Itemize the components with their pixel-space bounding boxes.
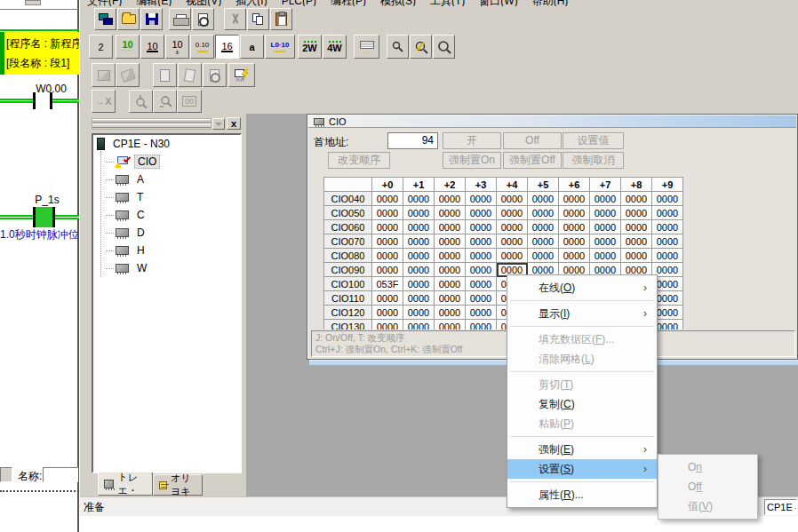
double-float-button[interactable]: L0·10: [265, 35, 295, 59]
memory-cell[interactable]: 0000: [621, 234, 652, 249]
memory-cell[interactable]: 0000: [559, 220, 590, 234]
memory-cell[interactable]: 0000: [435, 291, 466, 306]
memory-cell[interactable]: 0000: [403, 220, 435, 234]
context-submenu-item[interactable]: Off: [658, 477, 757, 496]
memory-cell[interactable]: 0000: [559, 249, 590, 263]
context-submenu-item[interactable]: On: [658, 457, 757, 477]
memory-cell[interactable]: 0000: [435, 263, 466, 277]
memory-cell[interactable]: 0000: [652, 234, 683, 249]
memory-cell[interactable]: 053F: [372, 277, 403, 291]
memory-cell[interactable]: 0000: [466, 263, 497, 277]
float-format-button[interactable]: 0.10: [190, 35, 214, 59]
memory-cell[interactable]: 0000: [497, 220, 528, 234]
context-menu-item[interactable]: 复制(C): [507, 394, 657, 414]
context-menu-item[interactable]: 清除网格(L): [507, 349, 657, 369]
memory-cell[interactable]: 0000: [435, 192, 466, 206]
memory-cell[interactable]: 0000: [559, 206, 590, 220]
memory-cell[interactable]: 0000: [621, 206, 652, 220]
tree-item-d[interactable]: D: [93, 224, 240, 242]
change-order-button[interactable]: 改变顺序: [328, 152, 390, 169]
memory-cell[interactable]: 0000: [528, 234, 559, 249]
copy-area-button[interactable]: [153, 63, 177, 87]
memory-cell[interactable]: 0000: [590, 249, 621, 263]
memory-cell[interactable]: 0000: [652, 249, 683, 263]
text-format-button[interactable]: a: [240, 35, 264, 59]
new-window-button[interactable]: [94, 8, 116, 30]
memory-cell[interactable]: 0000: [403, 249, 435, 263]
zoom-check-button[interactable]: [410, 35, 432, 59]
memory-cell[interactable]: 0000: [403, 234, 435, 249]
memory-cell[interactable]: 0000: [590, 192, 621, 206]
address-jump-button[interactable]: →X: [92, 90, 116, 113]
memory-cell[interactable]: 0000: [466, 206, 497, 220]
print-button[interactable]: [169, 8, 191, 30]
tree-item-w[interactable]: W: [93, 259, 240, 277]
memory-cell[interactable]: 0000: [559, 234, 590, 249]
memory-cell[interactable]: 0000: [372, 263, 403, 277]
memory-cell[interactable]: 0000: [652, 206, 683, 220]
force-on-button[interactable]: 强制置On: [443, 152, 501, 169]
tab-memory[interactable]: トレエ・: [98, 472, 153, 496]
memory-cell[interactable]: 0000: [497, 192, 528, 206]
menu-item[interactable]: PLC(P): [282, 0, 316, 6]
context-menu-item[interactable]: 在线(O)›: [507, 278, 657, 298]
memory-cell[interactable]: 0000: [528, 192, 559, 206]
memory-cell[interactable]: 0000: [372, 291, 403, 306]
memory-cell[interactable]: 0000: [435, 220, 466, 234]
memory-cell[interactable]: 0000: [372, 306, 403, 320]
memory-cell[interactable]: 0000: [372, 192, 403, 206]
paste-button[interactable]: [270, 8, 292, 30]
memory-cell[interactable]: 0000: [497, 234, 528, 249]
memory-cell[interactable]: 0000: [403, 206, 435, 220]
tree-item-h[interactable]: H: [93, 242, 240, 259]
menu-item[interactable]: 模拟(S): [380, 0, 416, 6]
clear-data-button[interactable]: [116, 63, 140, 87]
open-contact-symbol[interactable]: [33, 92, 52, 109]
memory-cell[interactable]: 0000: [528, 220, 559, 234]
memory-cell[interactable]: 0000: [372, 320, 403, 330]
memory-cell[interactable]: 0000: [403, 263, 435, 277]
menu-item[interactable]: 文件(F): [87, 0, 122, 6]
monitor-button[interactable]: ∩∩: [228, 63, 255, 87]
memory-cell[interactable]: 0000: [372, 220, 403, 234]
close-dock-button[interactable]: x: [227, 117, 241, 130]
hex-format-button[interactable]: 16: [215, 35, 239, 59]
memory-cell[interactable]: 0000: [466, 320, 497, 330]
tree-item-plc[interactable]: CP1E - N30: [93, 135, 240, 153]
menu-item[interactable]: 编辑(E): [136, 0, 172, 6]
menu-bar[interactable]: 文件(F)编辑(E)视图(V)插入(I)PLC(P)编程(P)模拟(S)工具(T…: [80, 0, 798, 6]
memory-cell[interactable]: 0000: [372, 249, 403, 263]
tree-item-cio[interactable]: CIO: [93, 153, 240, 171]
memory-cell[interactable]: 0000: [466, 220, 497, 234]
memory-cell[interactable]: 0000: [466, 192, 497, 206]
transfer-button[interactable]: [178, 63, 202, 87]
context-menu-item[interactable]: 剪切(T): [507, 375, 657, 394]
tree-item-t[interactable]: T: [93, 188, 240, 206]
context-menu-item[interactable]: 强制(E)›: [507, 440, 657, 459]
memory-cell[interactable]: 0000: [403, 192, 435, 206]
memory-cell[interactable]: 0000: [435, 249, 466, 263]
memory-window-titlebar[interactable]: CIO: [308, 115, 796, 128]
memory-cell[interactable]: 0000: [528, 249, 559, 263]
four-word-button[interactable]: 4W: [323, 35, 347, 59]
memory-cell[interactable]: 0000: [435, 234, 466, 249]
find-back-button[interactable]: [129, 90, 153, 113]
memory-cell[interactable]: 0000: [403, 306, 435, 320]
bcd-format-button[interactable]: 10····: [116, 35, 140, 59]
print-preview-button[interactable]: [192, 8, 214, 30]
set-value-button[interactable]: 设置值: [563, 132, 624, 149]
menu-item[interactable]: 插入(I): [235, 0, 267, 6]
zoom-out-button[interactable]: [387, 35, 409, 59]
context-menu-item[interactable]: 设置(S)›: [507, 459, 657, 479]
memory-cell[interactable]: 0000: [466, 249, 497, 263]
memory-cell[interactable]: 0000: [372, 234, 403, 249]
cut-button[interactable]: [224, 8, 246, 30]
tree-item-a[interactable]: A: [93, 171, 240, 188]
context-menu-item[interactable]: 粘贴(P): [507, 414, 657, 433]
memory-cell[interactable]: 0000: [466, 306, 497, 320]
memory-cell[interactable]: 0000: [403, 320, 435, 330]
memory-cell[interactable]: 0000: [652, 192, 683, 206]
force-off-button[interactable]: 强制置Off: [503, 152, 562, 169]
start-address-input[interactable]: 94: [387, 132, 438, 149]
memory-cell[interactable]: 0000: [528, 206, 559, 220]
